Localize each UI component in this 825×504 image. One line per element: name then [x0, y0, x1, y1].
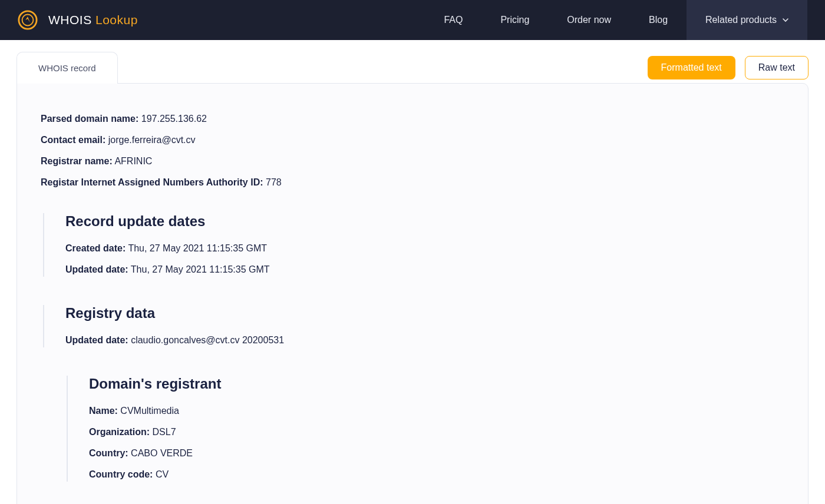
brand-wrap[interactable]: WHOIS Lookup: [18, 10, 138, 30]
nav-related-products[interactable]: Related products: [687, 0, 807, 40]
raw-text-button[interactable]: Raw text: [745, 56, 808, 79]
value-registrant-org: DSL7: [153, 427, 176, 437]
kv-updated-date: Updated date: Thu, 27 May 2021 11:15:35 …: [65, 263, 784, 277]
label-created-date: Created date:: [65, 243, 126, 253]
heading-record-updates: Record update dates: [65, 213, 784, 230]
kv-registrant-org: Organization: DSL7: [89, 425, 784, 439]
section-record-update-dates: Record update dates Created date: Thu, 2…: [43, 213, 784, 277]
label-registrant-country: Country:: [89, 448, 128, 458]
kv-registrant-country: Country: CABO VERDE: [89, 446, 784, 460]
value-parsed-domain: 197.255.136.62: [141, 114, 207, 124]
value-created-date: Thu, 27 May 2021 11:15:35 GMT: [128, 243, 267, 253]
main-nav: FAQ Pricing Order now Blog Related produ…: [425, 0, 807, 40]
value-registrant-cc: CV: [156, 469, 169, 479]
record-panel: Parsed domain name: 197.255.136.62 Conta…: [16, 83, 808, 504]
nav-order-now[interactable]: Order now: [548, 0, 630, 40]
value-registry-updated: claudio.goncalves@cvt.cv 20200531: [131, 335, 284, 345]
value-registrant-country: CABO VERDE: [131, 448, 193, 458]
svg-point-0: [19, 11, 37, 29]
kv-registrar-name: Registrar name: AFRINIC: [41, 154, 784, 168]
kv-registry-updated: Updated date: claudio.goncalves@cvt.cv 2…: [65, 333, 784, 347]
section-domain-registrant: Domain's registrant Name: CVMultimedia O…: [67, 376, 784, 482]
tabs-row: WHOIS record Formatted text Raw text: [16, 52, 808, 84]
brand-word2: Lookup: [95, 13, 138, 26]
heading-registry-data: Registry data: [65, 305, 784, 321]
label-registrant-name: Name:: [89, 406, 118, 416]
value-registrant-name: CVMultimedia: [120, 406, 179, 416]
section-registry-data: Registry data Updated date: claudio.gonc…: [43, 305, 784, 347]
label-contact-email: Contact email:: [41, 135, 105, 145]
heading-domain-registrant: Domain's registrant: [89, 376, 784, 392]
label-registry-updated: Updated date:: [65, 335, 128, 345]
label-registrar-name: Registrar name:: [41, 156, 113, 166]
kv-registrant-cc: Country code: CV: [89, 467, 784, 482]
brand-text: WHOIS Lookup: [48, 13, 138, 27]
kv-parsed-domain: Parsed domain name: 197.255.136.62: [41, 112, 784, 126]
svg-point-1: [22, 15, 34, 26]
value-contact-email: jorge.ferreira@cvt.cv: [108, 135, 196, 145]
top-kv-list: Parsed domain name: 197.255.136.62 Conta…: [41, 112, 784, 190]
nav-related-label: Related products: [705, 15, 777, 25]
page-content: WHOIS record Formatted text Raw text Par…: [0, 40, 825, 504]
nav-blog[interactable]: Blog: [630, 0, 687, 40]
label-registrant-cc: Country code:: [89, 469, 153, 479]
top-header: WHOIS Lookup FAQ Pricing Order now Blog …: [0, 0, 825, 40]
value-registrar-name: AFRINIC: [114, 156, 152, 166]
tab-whois-record[interactable]: WHOIS record: [16, 52, 118, 84]
chevron-down-icon: [783, 17, 788, 23]
label-iana-id: Registar Internet Assigned Numbers Autho…: [41, 177, 263, 187]
label-parsed-domain: Parsed domain name:: [41, 114, 138, 124]
label-updated-date: Updated date:: [65, 264, 128, 274]
kv-iana-id: Registar Internet Assigned Numbers Autho…: [41, 175, 784, 190]
kv-registrant-name: Name: CVMultimedia: [89, 404, 784, 418]
kv-contact-email: Contact email: jorge.ferreira@cvt.cv: [41, 133, 784, 147]
value-updated-date: Thu, 27 May 2021 11:15:35 GMT: [131, 264, 270, 274]
kv-created-date: Created date: Thu, 27 May 2021 11:15:35 …: [65, 241, 784, 256]
nav-pricing[interactable]: Pricing: [481, 0, 548, 40]
brand-logo-icon: [18, 10, 38, 30]
value-iana-id: 778: [266, 177, 282, 187]
nav-faq[interactable]: FAQ: [425, 0, 481, 40]
brand-word1: WHOIS: [48, 13, 92, 26]
formatted-text-button[interactable]: Formatted text: [648, 56, 735, 79]
label-registrant-org: Organization:: [89, 427, 150, 437]
